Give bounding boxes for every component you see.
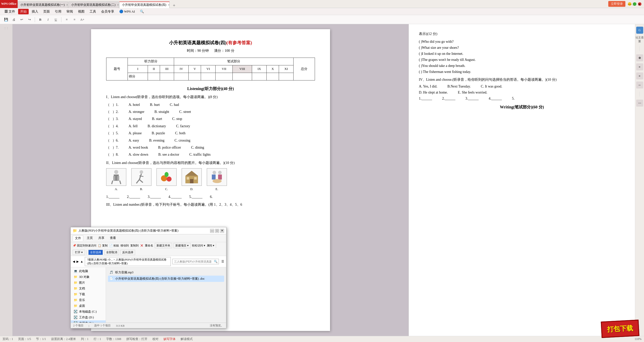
- fm-tab-home[interactable]: 主页: [85, 235, 95, 241]
- tab-2-close[interactable]: ✕: [117, 4, 119, 6]
- fm-address-path[interactable]: 7最新人教PEP版-小... > 人教版(PEP)小升初毕业英语真题模拟试卷(四…: [85, 257, 171, 266]
- menu-file[interactable]: ☰ 文件: [3, 9, 17, 14]
- login-button[interactable]: 立即登录: [608, 1, 625, 7]
- score-row-5: [201, 73, 216, 80]
- ai-chat-btn[interactable]: G: [636, 27, 643, 34]
- q7-b: B. police officer: [158, 145, 181, 150]
- fm-invert-btn[interactable]: 反向选择: [120, 250, 135, 255]
- fm-delete-btn[interactable]: ✕: [140, 243, 143, 248]
- fm-sidebar-docs[interactable]: 📁 文档: [71, 286, 106, 291]
- minimize-button[interactable]: —: [628, 2, 631, 6]
- fm-up-btn[interactable]: ▲: [80, 260, 83, 264]
- rs-icon-2[interactable]: ≡: [636, 63, 643, 70]
- fm-sidebar-music[interactable]: 📁 音乐: [71, 297, 106, 303]
- svg-rect-16: [190, 179, 193, 183]
- fm-view-btn[interactable]: ☰: [221, 260, 224, 264]
- fm-sidebar-pictures[interactable]: 📁 图片: [71, 280, 106, 286]
- fm-copy-btn[interactable]: 📋 复制: [98, 244, 108, 247]
- tab-3-close[interactable]: ✕: [168, 4, 170, 6]
- new-tab-button[interactable]: ＋: [170, 3, 178, 8]
- q6-b: B. evening: [149, 138, 165, 143]
- menu-home[interactable]: 开始: [18, 9, 29, 14]
- fm-sidebar-desktop[interactable]: 📁 桌面: [71, 303, 106, 309]
- rs-icon-3[interactable]: ≡: [636, 72, 643, 79]
- fm-newfolder-btn[interactable]: 新建文件夹: [155, 243, 172, 248]
- menu-search[interactable]: 🔍: [138, 9, 146, 14]
- fm-maximize-btn[interactable]: □: [215, 229, 219, 233]
- fm-file-audio[interactable]: 🎵 听力音频.mp3: [108, 269, 224, 276]
- rs-icon-5[interactable]: ⋯: [636, 100, 643, 107]
- italic-btn[interactable]: I: [45, 16, 52, 23]
- fm-sidebar-drive-e-label: 老硬盘 (E:): [79, 321, 94, 323]
- bold-btn[interactable]: B: [37, 16, 44, 23]
- rs-icon-4[interactable]: ↔: [636, 81, 643, 89]
- save-btn[interactable]: 💾: [3, 16, 10, 23]
- download-badge[interactable]: 打包下载: [601, 320, 639, 338]
- q2-row: （ ）2. A. stronger B. straight C. street: [106, 109, 315, 115]
- menu-vip[interactable]: 会员专享: [99, 9, 116, 14]
- fm-paste-btn[interactable]: 📄 粘贴: [109, 244, 119, 247]
- rs-icon-1[interactable]: ⊕: [636, 54, 643, 61]
- q2-prefix: （ ）2.: [106, 109, 118, 115]
- tab-3[interactable]: 小升初毕业英语真题模拟试卷(四) ✕: [119, 2, 170, 8]
- fm-newitem-btn[interactable]: 新建项目 ▾: [174, 243, 190, 248]
- tab-2[interactable]: 小升初毕业英语真题模拟试卷(二) ✕: [68, 2, 119, 8]
- img-b-label: B.: [140, 187, 143, 192]
- menu-review[interactable]: 审阅: [64, 9, 75, 14]
- menu-view[interactable]: 视图: [76, 9, 87, 14]
- fm-copyto-btn[interactable]: 复制到: [130, 244, 139, 247]
- fm-access-btn[interactable]: 轻松访问 ▾: [192, 244, 205, 247]
- fm-sidebar-drive-c[interactable]: 💽 本地磁盘 (C:): [71, 309, 106, 315]
- tab-1[interactable]: 小升初毕业英语真题模拟试卷(一) ✕: [18, 2, 68, 8]
- part2-instruction: II、Listen and choose(听录音，选出与所听内容相符的图片。每小…: [106, 160, 315, 166]
- q1-row: （ ）1. A. hotel B. hurt C. had: [106, 102, 315, 108]
- fm-rename-btn[interactable]: 重命名: [145, 244, 153, 247]
- fm-sidebar-computer[interactable]: 💻 此电脑: [71, 268, 106, 274]
- close-button[interactable]: ✕: [638, 2, 641, 6]
- align-left-btn[interactable]: ≡: [63, 16, 70, 23]
- fm-pin-btn[interactable]: 📌 固定到快速访问: [73, 244, 96, 247]
- menu-tools[interactable]: 工具: [88, 9, 98, 14]
- fm-tab-share[interactable]: 共享: [96, 235, 106, 241]
- q4-row: （ ）4. A. fell B. dictionary C. factory: [106, 123, 315, 129]
- menu-page[interactable]: 页面: [41, 9, 52, 14]
- underline-btn[interactable]: U: [52, 16, 59, 23]
- doc-title-red: (有参考答案): [226, 40, 252, 45]
- fm-tab-file[interactable]: 文件: [73, 235, 83, 241]
- q3-row: （ ）3. A. stayed B. start C. stop: [106, 116, 315, 122]
- q6-prefix: （ ）6.: [106, 138, 118, 143]
- score-cell-III: III: [160, 65, 174, 73]
- redo-btn[interactable]: ↪: [26, 16, 33, 23]
- tab-1-close[interactable]: ✕: [66, 4, 68, 6]
- font-size-btn[interactable]: A+: [79, 16, 86, 23]
- menu-wpsai[interactable]: 🔵 WPS AI: [117, 9, 137, 14]
- fm-sidebar-3d[interactable]: 📁 3D 对象: [71, 274, 106, 280]
- menu-insert[interactable]: 插入: [30, 9, 40, 14]
- fm-newfolder-label: 新建文件夹: [156, 244, 170, 247]
- fm-open-btn[interactable]: 打开 ▾: [73, 250, 85, 255]
- fm-props-btn[interactable]: 属性 ▾: [207, 244, 215, 247]
- fm-minimize-btn[interactable]: —: [210, 229, 214, 233]
- fm-close-btn[interactable]: ✕: [220, 229, 224, 233]
- fm-search-input[interactable]: [173, 260, 213, 263]
- fm-back-btn[interactable]: ◀: [73, 260, 75, 264]
- undo-btn[interactable]: ↩: [18, 16, 25, 23]
- blank-p2-6: 6.: [210, 194, 213, 200]
- menu-reference[interactable]: 引用: [53, 9, 63, 14]
- fm-file-doc[interactable]: 📄 小升初毕业英语真题模拟试卷(四) (含听力音频+听力材料+答案) .doc: [108, 276, 224, 282]
- fm-select-all-btn[interactable]: 全部选择: [88, 250, 103, 255]
- fm-sidebar-drive-d[interactable]: 💽 工作盘 (D:): [71, 315, 106, 320]
- fm-status-bar: 2 个项目 | 选中 1 个项目 313 KB 没有预览。: [71, 323, 226, 328]
- maximize-button[interactable]: □: [633, 2, 636, 6]
- fm-tab-view[interactable]: 查看: [108, 235, 118, 241]
- fm-sidebar-download[interactable]: 📁 下载: [71, 291, 106, 297]
- fm-deselect-btn[interactable]: 全部取消: [104, 250, 119, 255]
- fm-pin-label: 固定到快速访问: [77, 244, 96, 247]
- align-center-btn[interactable]: ≡: [71, 16, 78, 23]
- svg-line-5: [120, 181, 121, 184]
- fm-forward-btn[interactable]: ▶: [76, 260, 79, 264]
- fm-sidebar-drive-e[interactable]: 💽 老硬盘 (E:): [71, 320, 106, 323]
- fm-search-icon[interactable]: 🔍: [213, 260, 219, 264]
- fm-moveto-btn[interactable]: 移动到: [120, 244, 129, 247]
- print-btn[interactable]: 🖨: [10, 16, 17, 23]
